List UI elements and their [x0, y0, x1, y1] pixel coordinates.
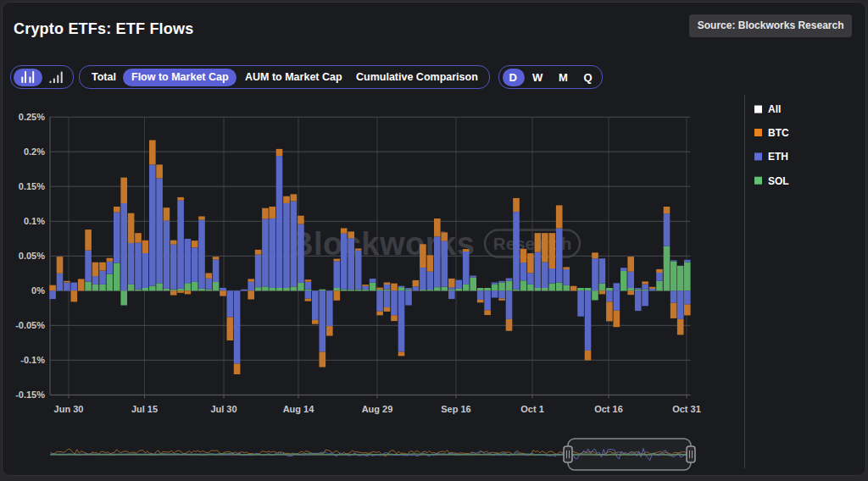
svg-text:0.2%: 0.2%	[24, 147, 45, 157]
svg-text:Oct 1: Oct 1	[520, 404, 544, 414]
svg-text:All: All	[768, 103, 781, 115]
svg-text:0%: 0%	[31, 285, 45, 296]
svg-text:-0.05%: -0.05%	[15, 320, 45, 330]
svg-text:Oct 31: Oct 31	[672, 404, 701, 414]
svg-text:ETH: ETH	[768, 151, 788, 163]
svg-text:Jun 30: Jun 30	[54, 404, 84, 414]
svg-text:Sep 16: Sep 16	[441, 404, 470, 414]
svg-text:0.25%: 0.25%	[19, 112, 45, 122]
svg-text:-0.15%: -0.15%	[15, 390, 45, 400]
svg-text:SOL: SOL	[768, 175, 789, 187]
svg-text:Oct 16: Oct 16	[594, 404, 623, 414]
svg-text:Jul 30: Jul 30	[210, 404, 236, 414]
svg-text:0.15%: 0.15%	[19, 181, 45, 191]
svg-text:Aug 14: Aug 14	[283, 404, 315, 414]
svg-text:BTC: BTC	[768, 127, 789, 139]
svg-text:-0.1%: -0.1%	[20, 355, 45, 365]
svg-text:Aug 29: Aug 29	[362, 404, 393, 414]
svg-text:0.05%: 0.05%	[19, 251, 45, 261]
svg-text:0.1%: 0.1%	[24, 216, 45, 226]
svg-text:Jul 15: Jul 15	[131, 404, 158, 414]
